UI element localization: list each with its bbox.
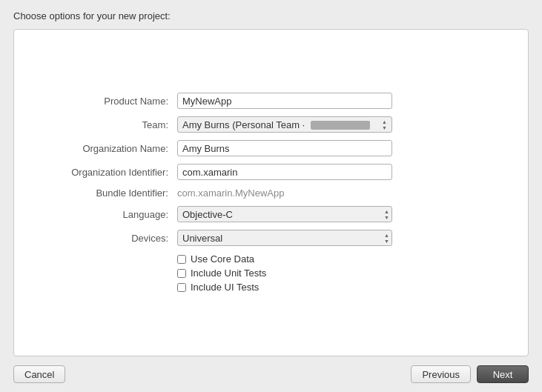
- devices-row: Devices: Universal iPhone iPad: [44, 230, 498, 246]
- devices-label: Devices:: [44, 233, 177, 244]
- use-core-data-item[interactable]: Use Core Data: [177, 253, 266, 265]
- checkboxes-row: Use Core Data Include Unit Tests Include…: [44, 253, 498, 293]
- language-label: Language:: [44, 209, 177, 220]
- team-blurred-value: [311, 121, 370, 130]
- product-name-input[interactable]: [177, 93, 392, 109]
- next-button[interactable]: Next: [477, 365, 529, 383]
- team-dropdown-arrow-icon: [382, 119, 387, 130]
- previous-button[interactable]: Previous: [411, 365, 471, 383]
- page-title: Choose options for your new project:: [13, 10, 171, 21]
- team-row: Team: Amy Burns (Personal Team ·: [44, 116, 498, 133]
- bundle-id-row: Bundle Identifier: com.xamarin.MyNewApp: [44, 187, 498, 199]
- include-ui-tests-checkbox[interactable]: [177, 283, 186, 292]
- devices-select[interactable]: Universal iPhone iPad: [177, 230, 392, 246]
- cancel-button[interactable]: Cancel: [13, 365, 65, 383]
- include-unit-tests-label: Include Unit Tests: [191, 268, 266, 279]
- team-value: Amy Burns (Personal Team ·: [182, 119, 379, 130]
- org-name-row: Organization Name:: [44, 140, 498, 156]
- use-core-data-checkbox[interactable]: [177, 255, 186, 264]
- team-select[interactable]: Amy Burns (Personal Team ·: [177, 116, 392, 133]
- include-unit-tests-checkbox[interactable]: [177, 269, 186, 278]
- language-select[interactable]: Objective-C Swift: [177, 206, 392, 222]
- include-ui-tests-item[interactable]: Include UI Tests: [177, 282, 266, 293]
- org-name-label: Organization Name:: [44, 143, 177, 154]
- footer: Cancel Previous Next: [0, 356, 542, 392]
- org-id-input[interactable]: [177, 164, 392, 180]
- devices-select-wrapper: Universal iPhone iPad: [177, 230, 392, 246]
- product-name-row: Product Name:: [44, 93, 498, 109]
- org-name-input[interactable]: [177, 140, 392, 156]
- product-name-label: Product Name:: [44, 96, 177, 107]
- language-row: Language: Objective-C Swift: [44, 206, 498, 222]
- bundle-id-label: Bundle Identifier:: [44, 187, 177, 199]
- use-core-data-label: Use Core Data: [191, 253, 254, 265]
- org-id-label: Organization Identifier:: [44, 167, 177, 178]
- include-unit-tests-item[interactable]: Include Unit Tests: [177, 268, 266, 279]
- bundle-id-value: com.xamarin.MyNewApp: [177, 187, 285, 199]
- org-id-row: Organization Identifier:: [44, 164, 498, 180]
- include-ui-tests-label: Include UI Tests: [191, 282, 259, 293]
- checkboxes-group: Use Core Data Include Unit Tests Include…: [177, 253, 266, 293]
- language-select-wrapper: Objective-C Swift: [177, 206, 392, 222]
- footer-right: Previous Next: [411, 365, 529, 383]
- team-label: Team:: [44, 119, 177, 130]
